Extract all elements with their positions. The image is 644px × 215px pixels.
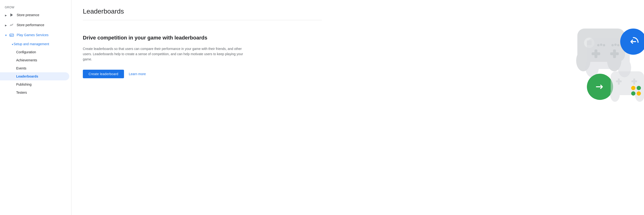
sidebar-deep-item-leaderboards[interactable]: Leaderboards [0, 72, 69, 80]
setup-management-label: Setup and management [14, 42, 49, 46]
store-presence-label: Store presence [17, 13, 66, 17]
leaderboards-label: Leaderboards [16, 74, 38, 78]
publishing-label: Publishing [16, 82, 32, 86]
svg-point-23 [603, 44, 605, 46]
store-performance-label: Store performance [17, 23, 66, 27]
learn-more-link[interactable]: Learn more [129, 72, 146, 76]
content-text: Drive competition in your game with lead… [83, 34, 250, 78]
grow-section-label: Grow [0, 4, 71, 10]
sidebar-deep-item-events[interactable]: Events [0, 64, 69, 72]
svg-point-5 [11, 35, 11, 36]
sidebar-deep-item-publishing[interactable]: Publishing [0, 80, 69, 88]
svg-point-37 [636, 86, 641, 90]
expand-icon-store-performance [4, 23, 8, 27]
play-games-icon [9, 32, 14, 37]
sidebar-deep-item-testers[interactable]: Testers [0, 88, 69, 97]
svg-point-4 [11, 35, 12, 36]
expand-icon-setup [12, 42, 14, 46]
svg-point-25 [614, 43, 617, 46]
content-section: Drive competition in your game with lead… [83, 34, 322, 78]
configuration-label: Configuration [16, 50, 36, 54]
svg-point-24 [612, 44, 614, 46]
svg-point-21 [597, 44, 600, 46]
store-presence-icon [9, 12, 14, 17]
play-games-label: Play Games Services [17, 33, 66, 37]
svg-point-26 [617, 44, 620, 46]
sidebar-deep-item-configuration[interactable]: Configuration [0, 48, 69, 56]
svg-rect-1 [10, 34, 14, 36]
svg-rect-20 [610, 52, 619, 55]
page-title: Leaderboards [83, 7, 322, 15]
svg-point-38 [631, 91, 636, 96]
sidebar-item-store-performance[interactable]: Store performance [0, 20, 69, 30]
svg-point-30 [610, 87, 620, 102]
svg-rect-18 [592, 52, 600, 55]
content-headline: Drive competition in your game with lead… [83, 34, 250, 41]
expand-icon-play-games [4, 33, 8, 37]
svg-point-2 [11, 35, 11, 35]
controller-svg [563, 19, 644, 109]
svg-point-39 [636, 91, 641, 96]
sidebar-sub-item-setup-management[interactable]: Setup and management [0, 40, 69, 48]
svg-point-3 [10, 35, 11, 36]
content-description: Create leaderboards so that users can co… [83, 46, 250, 62]
create-leaderboard-button[interactable]: Create leaderboard [83, 70, 124, 78]
svg-marker-0 [10, 13, 13, 17]
svg-point-36 [631, 86, 636, 90]
main-content: Leaderboards Drive competition in your g… [72, 0, 644, 215]
actions: Create leaderboard Learn more [83, 70, 250, 78]
achievements-label: Achievements [16, 58, 37, 62]
expand-icon-store-presence [4, 13, 8, 17]
sidebar: Grow Store presence Store performance [0, 0, 72, 215]
sidebar-item-play-games-services[interactable]: Play Games Services [0, 30, 69, 40]
events-label: Events [16, 66, 26, 70]
illustration [563, 19, 644, 109]
store-performance-icon [9, 22, 14, 27]
svg-point-22 [600, 43, 602, 46]
svg-rect-35 [632, 80, 637, 82]
title-divider [83, 20, 322, 20]
testers-label: Testers [16, 91, 27, 94]
sidebar-deep-item-achievements[interactable]: Achievements [0, 56, 69, 64]
svg-rect-33 [616, 80, 622, 82]
sidebar-item-store-presence[interactable]: Store presence [0, 10, 69, 20]
